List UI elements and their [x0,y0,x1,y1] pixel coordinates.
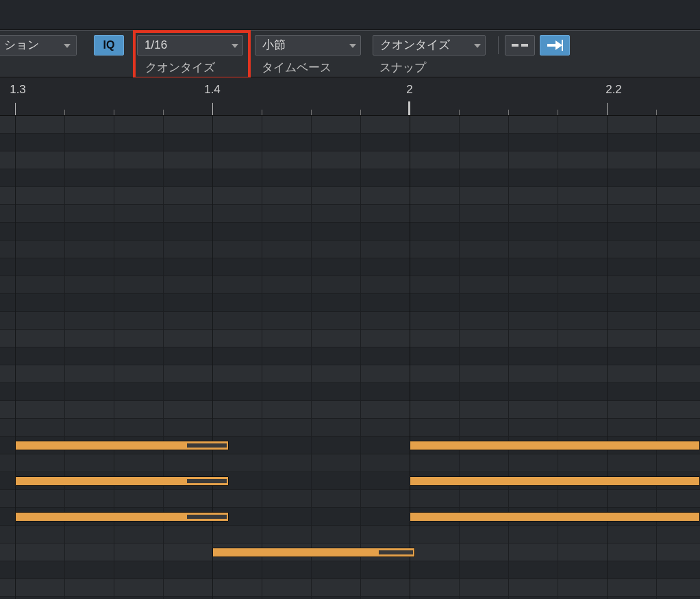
suspend-autoscroll-icon [511,40,529,51]
toolbar-separator [498,36,499,54]
svg-rect-4 [562,40,563,51]
chevron-down-icon [64,44,71,48]
autoscroll-button[interactable] [540,35,570,56]
timebase-dropdown[interactable]: 小節 [255,35,361,56]
grid-row [0,579,700,597]
grid-row [0,205,700,223]
svg-rect-0 [512,44,518,47]
timeline-ruler[interactable]: 1.3 1.4 2 2.2 [0,77,700,116]
ruler-subtick [163,110,164,115]
grid-row [0,330,700,347]
grid-row [0,419,700,437]
grid-row [0,187,700,205]
quantize-preset-value: 1/16 [145,38,167,51]
svg-rect-1 [521,44,528,47]
ruler-subtick [262,110,262,115]
iterative-quantize-button[interactable]: IQ [94,35,124,56]
grid-beat-line [15,116,16,599]
midi-note[interactable] [410,476,700,486]
grid-row [0,490,700,508]
midi-note-velocity-tail [187,479,227,483]
ruler-bar-start-tick [408,101,410,115]
grid-row [0,276,700,294]
midi-note[interactable] [15,476,229,486]
midi-note-velocity-tail [187,443,227,448]
midi-note[interactable] [410,512,700,522]
grid-row [0,383,700,401]
suspend-autoscroll-button[interactable] [505,35,535,56]
grid-row [0,134,700,151]
grid-beat-line [212,116,213,599]
grid-row [0,454,700,472]
grid-row [0,365,700,383]
iq-button-label: IQ [103,39,115,51]
grid-subdivision-line [656,116,657,599]
grid-row [0,223,700,241]
ruler-label: 2 [406,83,412,97]
grid-row [0,312,700,330]
grid-row [0,294,700,312]
quantize-preset-dropdown[interactable]: 1/16 [137,35,243,56]
grid-subdivision-line [163,116,164,599]
grid-subdivision-line [558,116,558,599]
grid-row [0,258,700,276]
timebase-caption: タイムベース [262,60,332,75]
svg-rect-2 [547,44,555,47]
ruler-tick [607,103,608,115]
function-menu-dropdown[interactable]: ション [0,35,77,56]
midi-note[interactable] [410,441,700,450]
midi-note-velocity-tail [187,515,227,519]
grid-subdivision-line [262,116,262,599]
ruler-label: 1.4 [204,83,221,97]
grid-subdivision-line [64,116,65,599]
grid-row [0,401,700,419]
midi-note[interactable] [15,441,229,450]
chevron-down-icon [232,44,238,48]
grid-subdivision-line [459,116,460,599]
snap-type-caption: スナップ [379,60,426,75]
chevron-down-icon [349,44,356,48]
svg-marker-3 [555,40,562,50]
grid-row [0,347,700,365]
ruler-subtick [558,110,558,115]
ruler-subtick [656,110,657,115]
autoscroll-arrow-icon [546,39,564,51]
grid-row [0,169,700,187]
grid-subdivision-line [360,116,361,599]
grid-row [0,241,700,258]
ruler-label: 1.3 [10,83,26,97]
ruler-subtick [64,110,65,115]
grid-beat-line [607,116,608,599]
ruler-subtick [114,110,114,115]
grid-row [0,526,700,543]
window-top-strip [0,0,700,30]
grid-subdivision-line [114,116,114,599]
quantize-preset-caption: クオンタイズ [145,60,215,75]
ruler-subtick [459,110,460,115]
grid-row [0,561,700,579]
midi-note[interactable] [212,548,415,557]
ruler-tick [15,103,16,115]
grid-subdivision-line [311,116,312,599]
editor-toolbar: ション IQ 1/16 クオンタイズ 小節 タイムベース クオンタイズ スナップ [0,30,700,77]
timebase-value: 小節 [262,38,286,51]
chevron-down-icon [474,44,481,48]
grid-row [0,116,700,134]
grid-bar-line [410,116,410,599]
midi-note-velocity-tail [379,550,413,554]
snap-type-value: クオンタイズ [380,38,450,51]
ruler-tick [212,103,213,115]
grid-row [0,151,700,169]
function-menu-label: ション [4,38,39,51]
ruler-subtick [508,110,509,115]
ruler-subtick [311,110,312,115]
grid-subdivision-line [508,116,509,599]
midi-note[interactable] [15,512,229,522]
ruler-label: 2.2 [605,83,622,97]
snap-type-dropdown[interactable]: クオンタイズ [373,35,486,56]
piano-roll-grid[interactable] [0,116,700,599]
ruler-subtick [360,110,361,115]
